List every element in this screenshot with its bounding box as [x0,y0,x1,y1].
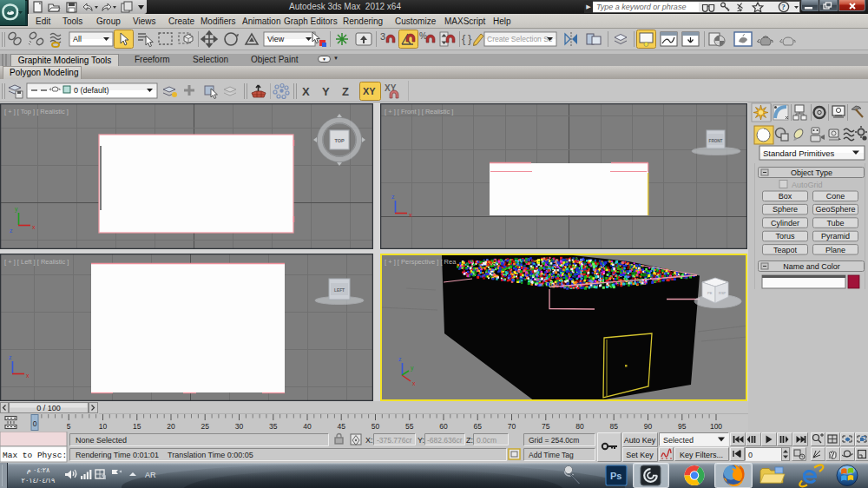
svg-text:TOP: TOP [334,138,345,143]
svg-text:X: X [302,85,310,98]
svg-text:Max to Physc:: Max to Physc: [3,451,67,460]
svg-text:?: ? [781,3,786,11]
svg-text:Auto Key: Auto Key [624,436,656,445]
svg-text:Y: Y [322,85,330,98]
svg-text:AutoGrid: AutoGrid [792,181,823,189]
svg-text:PE: PE [707,291,713,295]
svg-text:Z: Z [342,85,349,98]
svg-text:40: 40 [303,422,312,431]
svg-text:65: 65 [473,422,482,431]
svg-text:Ps: Ps [610,471,621,481]
svg-text:XY: XY [363,86,376,96]
svg-text:z: z [398,356,402,362]
svg-text:y: y [15,206,18,213]
svg-text:[ + ] [ Top ] [ Realistic ]: [ + ] [ Top ] [ Realistic ] [4,108,69,115]
svg-text:0 / 100: 0 / 100 [36,404,61,412]
svg-text:All: All [73,35,82,43]
svg-text:25: 25 [201,422,209,431]
svg-text:Box: Box [779,192,792,201]
svg-text:3: 3 [380,31,385,42]
svg-text:Sphere: Sphere [773,205,798,214]
svg-text:{: { [462,32,466,45]
svg-text:Y:: Y: [418,436,424,445]
svg-text:0: 0 [748,451,753,459]
svg-text:Grid = 254.0cm: Grid = 254.0cm [529,436,579,445]
svg-text:Plane: Plane [825,246,845,254]
svg-text:[ + ] [ Left ] [ Realistic ]: [ + ] [ Left ] [ Realistic ] [4,258,69,266]
svg-text:%: % [419,31,427,41]
svg-text:Name and Color: Name and Color [783,262,840,271]
svg-text:Pyramid: Pyramid [821,232,850,241]
svg-text:[ + ] [ Front ] [ Realistic ]: [ + ] [ Front ] [ Realistic ] [385,108,453,115]
svg-text:85: 85 [609,422,618,431]
svg-text:Rendering Time 0:01:01 Tra: Rendering Time 0:01:01 Translation Time … [76,451,253,459]
svg-text:60: 60 [439,422,448,431]
svg-text:15: 15 [133,422,141,431]
svg-text:Torus: Torus [775,232,795,241]
svg-text:X:: X: [365,436,373,445]
svg-text:45: 45 [337,422,345,431]
svg-text:Set Key: Set Key [626,451,654,459]
svg-text:30: 30 [235,422,244,431]
svg-text:[ + ] [ Perspective ] [ Rea: [ + ] [ Perspective ] [ Rea [385,258,457,266]
svg-text:x: x [412,380,416,386]
svg-text:95: 95 [678,422,687,431]
svg-text:y: y [411,365,414,372]
svg-text:50: 50 [372,422,380,431]
svg-text:View: View [267,35,285,43]
svg-text:Tube: Tube [826,219,844,228]
svg-text:٢٠١٤/٠٤/١٩: ٢٠١٤/٠٤/١٩ [22,477,56,485]
svg-text:-682.636cr: -682.636cr [427,436,463,445]
svg-text:٠٤:٢٨ م: ٠٤:٢٨ م [27,466,50,474]
svg-text:AR: AR [145,471,156,479]
svg-text:0 (default): 0 (default) [74,86,109,95]
svg-text:x: x [409,212,412,218]
svg-text:Cone: Cone [826,192,845,201]
svg-text:10: 10 [99,422,108,431]
svg-text:-375.776cr: -375.776cr [377,436,412,445]
svg-text:Key Filters...: Key Filters... [680,451,723,459]
svg-text:35: 35 [269,422,278,431]
svg-text:z: z [10,228,13,234]
svg-text:}: } [468,32,472,45]
svg-text:90: 90 [644,422,653,431]
svg-text:70: 70 [508,422,516,431]
svg-text:Teapot: Teapot [773,246,798,254]
svg-text:Cylinder: Cylinder [771,219,799,228]
svg-text:Add Time Tag: Add Time Tag [529,451,574,459]
svg-text:0.0cm: 0.0cm [477,436,496,445]
svg-text:55: 55 [405,422,414,431]
svg-text:LEFT: LEFT [334,288,345,293]
svg-text:Z:: Z: [466,436,473,445]
svg-text:100: 100 [710,422,722,431]
svg-text:GeoSphere: GeoSphere [815,205,855,214]
svg-text:Selected: Selected [663,436,694,445]
svg-text:FRONT: FRONT [709,139,723,143]
svg-text:Object Type: Object Type [791,168,832,177]
svg-text:0: 0 [33,419,37,428]
svg-text:5: 5 [67,422,71,431]
svg-text:80: 80 [575,422,584,431]
svg-text:20: 20 [167,422,175,431]
svg-text:Standard Primitives: Standard Primitives [763,148,835,158]
svg-text:z: z [9,354,12,360]
svg-text:x: x [26,373,30,379]
svg-text:Create Selection Se: Create Selection Se [487,35,553,43]
svg-text:RSP: RSP [719,291,727,295]
svg-text:75: 75 [542,422,550,431]
svg-text:x: x [32,224,36,230]
svg-text:z: z [391,194,395,200]
svg-text:None Selected: None Selected [76,436,127,445]
